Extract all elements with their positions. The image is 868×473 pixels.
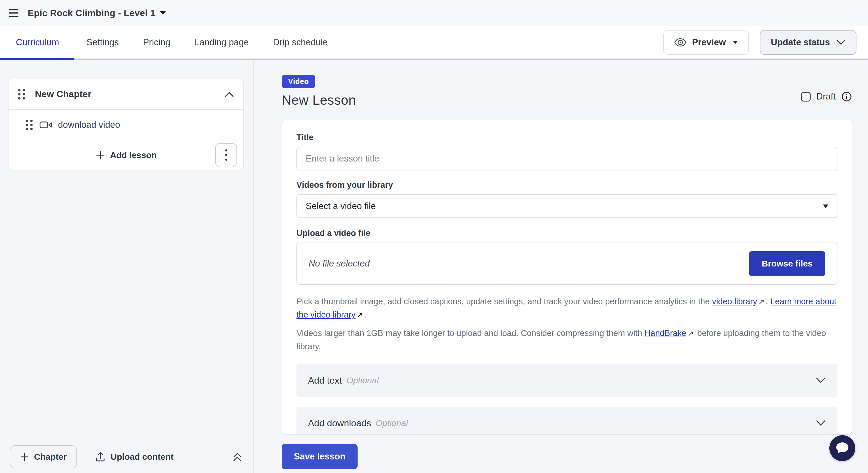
update-status-label: Update status [771,37,830,48]
draft-toggle: Draft [801,91,852,102]
video-library-help-text: Pick a thumbnail image, add closed capti… [297,295,837,322]
tab-drip-schedule[interactable]: Drip schedule [261,26,340,59]
chapter-menu-button[interactable] [215,143,237,167]
chevron-down-icon [815,420,826,427]
lesson-title-input[interactable] [297,147,837,170]
help-text: Pick a thumbnail image, add closed capti… [297,297,712,306]
library-field-label: Videos from your library [297,180,837,190]
topbar: Epic Rock Climbing - Level 1 [0,0,868,26]
curriculum-sidebar: New Chapter download video Add lesson [0,61,254,473]
handbrake-link[interactable]: HandBrake [645,328,686,338]
upload-icon [95,452,105,462]
lesson-form-card: Title Videos from your library Select a … [282,120,852,435]
tab-landing-page[interactable]: Landing page [183,26,261,59]
add-lesson-button[interactable]: Add lesson [110,150,157,160]
external-link-icon: ↗ [758,295,765,308]
video-library-select[interactable]: Select a video file [297,194,837,218]
tab-pricing[interactable]: Pricing [131,26,183,59]
external-link-icon: ↗ [357,309,363,322]
caret-down-icon [733,41,738,44]
chevrons-up-icon [231,451,243,463]
lesson-editor: Video New Lesson Draft Title Videos from… [255,61,868,473]
chat-bubble-icon [836,442,849,454]
collapse-all-button[interactable] [231,451,243,463]
compression-help-text: Videos larger than 1GB may take longer t… [297,327,837,353]
menu-icon[interactable] [9,9,19,17]
video-library-link[interactable]: video library [712,297,757,306]
chapter-title: New Chapter [35,89,91,99]
drag-handle-icon[interactable] [18,89,25,99]
chapter-header-row[interactable]: New Chapter [9,79,243,109]
add-text-label: Add text [308,375,342,386]
lesson-type-badge: Video [282,75,315,88]
video-camera-icon [39,121,52,129]
video-library-selected-value: Select a video file [306,201,376,212]
add-text-accordion[interactable]: Add text Optional [297,364,837,397]
add-chapter-button[interactable]: Chapter [10,445,77,468]
chevron-down-icon [160,11,166,15]
lesson-item-title: download video [58,120,120,130]
lesson-row[interactable]: download video [9,109,243,139]
update-status-button[interactable]: Update status [760,30,857,55]
select-caret-icon [823,204,828,208]
plus-icon [96,151,105,160]
upload-content-label: Upload content [111,452,173,462]
lesson-header: Video New Lesson Draft [282,75,852,108]
file-dropzone[interactable]: No file selected Browse files [297,243,837,285]
add-downloads-label: Add downloads [308,418,371,429]
plus-icon [20,452,29,461]
course-title[interactable]: Epic Rock Climbing - Level 1 [28,8,155,19]
tab-bar: Curriculum Settings Pricing Landing page… [0,26,868,60]
chapter-card: New Chapter download video Add lesson [9,79,244,170]
page-title: New Lesson [282,92,852,108]
add-downloads-accordion[interactable]: Add downloads Optional [297,407,837,435]
help-text: Videos larger than 1GB may take longer t… [297,328,645,338]
preview-label: Preview [692,37,726,48]
external-link-icon: ↗ [687,327,694,340]
chevron-up-icon[interactable] [224,91,234,97]
save-lesson-button[interactable]: Save lesson [282,444,358,469]
chat-widget-button[interactable] [829,435,855,461]
no-file-text: No file selected [309,258,370,269]
help-text: . [766,297,770,306]
browse-files-button[interactable]: Browse files [749,251,825,276]
upload-field-label: Upload a video file [297,228,837,238]
title-field-label: Title [297,133,837,142]
info-icon[interactable] [841,91,852,102]
upload-content-button[interactable]: Upload content [95,452,173,462]
add-chapter-label: Chapter [34,452,67,462]
sidebar-footer: Chapter Upload content [0,441,253,473]
tabs: Curriculum Settings Pricing Landing page… [0,26,340,59]
preview-button[interactable]: Preview [663,30,749,55]
optional-label: Optional [376,418,408,428]
draft-label: Draft [816,91,836,102]
eye-icon [674,38,686,47]
tab-curriculum[interactable]: Curriculum [0,26,74,59]
optional-label: Optional [346,376,379,385]
draft-checkbox[interactable] [801,92,811,101]
help-text: . [364,310,367,319]
drag-handle-icon[interactable] [26,120,33,130]
add-lesson-row: Add lesson [9,139,243,170]
chevron-down-icon [815,377,826,384]
chevron-down-icon [836,39,845,45]
tab-settings[interactable]: Settings [74,26,131,59]
